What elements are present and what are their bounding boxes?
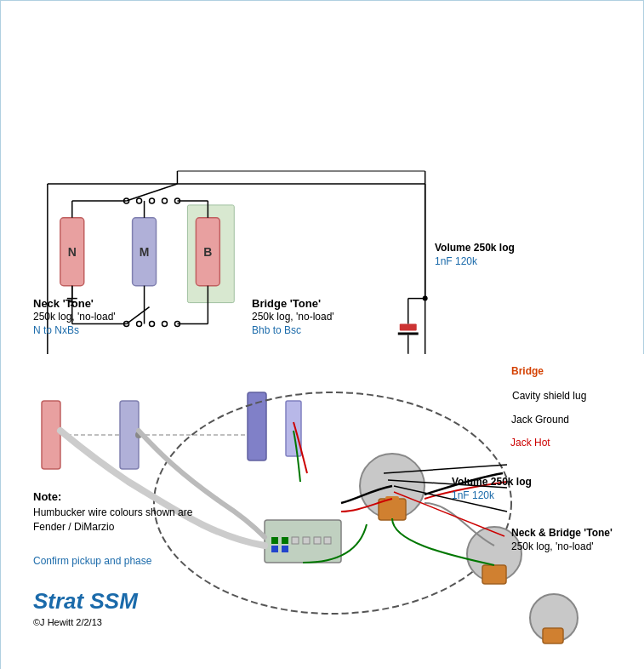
cavity-label: Cavity shield lug xyxy=(512,390,586,402)
svg-rect-89 xyxy=(292,537,299,544)
copyright-label: ©J Hewitt 2/2/13 xyxy=(33,617,102,627)
note-label: Note: xyxy=(33,490,61,503)
svg-rect-87 xyxy=(271,537,278,544)
svg-rect-82 xyxy=(543,628,563,643)
svg-rect-90 xyxy=(303,537,310,544)
title-label: Strat SSM xyxy=(33,588,138,615)
neck-tone-sub2: N to NxBs xyxy=(33,324,79,336)
svg-rect-49 xyxy=(400,324,417,331)
svg-rect-88 xyxy=(282,537,288,544)
volume-sub-bottom: 1nF 120k xyxy=(452,489,494,501)
neck-tone-sub1: 250k log, 'no-load' xyxy=(33,311,116,323)
note-sub2: Confirm pickup and phase xyxy=(33,555,151,567)
svg-rect-69 xyxy=(42,401,60,469)
bridge-label: Bridge xyxy=(511,365,544,377)
jack-hot-label: Jack Hot xyxy=(510,437,550,449)
svg-rect-85 xyxy=(271,546,278,552)
bridge-tone-label: Bridge 'Tone' xyxy=(252,297,321,310)
main-container: N M B xyxy=(0,0,644,669)
svg-text:M: M xyxy=(140,245,150,259)
svg-rect-91 xyxy=(314,537,321,544)
volume-sub-top: 1nF 120k xyxy=(435,255,477,267)
note-sub1: Humbucker wire colours shown are Fender … xyxy=(33,506,192,535)
svg-rect-92 xyxy=(324,537,331,544)
tone-sub-bottom: 250k log, 'no-load' xyxy=(511,540,594,552)
bridge-tone-sub2: Bhb to Bsc xyxy=(252,324,301,336)
svg-rect-83 xyxy=(286,401,301,456)
volume-label-top: Volume 250k log xyxy=(435,242,515,254)
svg-point-55 xyxy=(423,296,428,301)
svg-text:B: B xyxy=(203,245,212,259)
volume-label-bottom: Volume 250k log xyxy=(452,476,532,488)
bridge-tone-sub1: 250k log, 'no-load' xyxy=(252,311,334,323)
neck-tone-label: Neck 'Tone' xyxy=(33,297,94,310)
svg-rect-51 xyxy=(398,333,419,335)
svg-rect-80 xyxy=(482,565,506,584)
tone-label-bottom: Neck & Bridge 'Tone' xyxy=(511,527,613,539)
svg-text:N: N xyxy=(68,245,77,259)
jack-ground-label: Jack Ground xyxy=(511,414,569,426)
svg-rect-86 xyxy=(282,546,288,552)
